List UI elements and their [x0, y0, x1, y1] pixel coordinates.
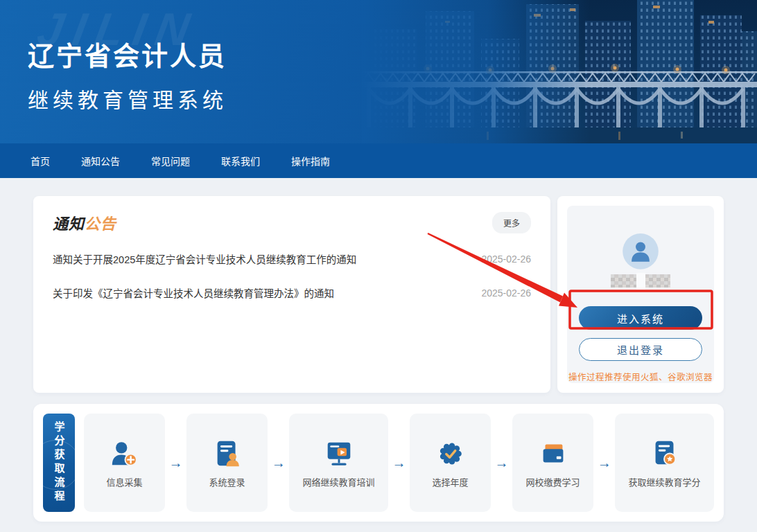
nav-item-notices[interactable]: 通知公告: [81, 154, 120, 168]
flow-step-get-credits: 获取继续教育学分: [615, 414, 714, 512]
flow-arrow-icon: →: [270, 414, 286, 512]
flow-arrow-icon: →: [494, 414, 510, 512]
user-login-panel: 进入系统 退出登录 操作过程推荐使用火狐、谷歌浏览器: [557, 196, 724, 393]
site-title-line1: 辽宁省会计人员: [28, 35, 227, 73]
notice-panel: 通知公告 更多 通知关于开展2025年度辽宁省会计专业技术人员继续教育工作的通知…: [33, 196, 550, 393]
logout-button[interactable]: 退出登录: [579, 338, 702, 361]
wallet-payment-icon: [537, 438, 569, 470]
nav-item-faq[interactable]: 常见问题: [151, 154, 190, 168]
notice-item-text: 关于印发《辽宁省会计专业技术人员继续教育管理办法》的通知: [53, 285, 334, 300]
night-city-bridge-image: [362, 0, 757, 143]
flow-step-select-year: 选择年度: [410, 414, 491, 512]
main-nav: 首页 通知公告 常见问题 联系我们 操作指南: [0, 143, 757, 178]
browser-recommendation-tip: 操作过程推荐使用火狐、谷歌浏览器: [568, 370, 713, 383]
flow-step-online-training: 网络继续教育培训: [289, 414, 388, 512]
notice-item-date: 2025-02-26: [481, 254, 531, 265]
flow-step-label: 网校缴费学习: [526, 475, 580, 488]
flow-arrow-icon: →: [168, 414, 184, 512]
flow-arrow-icon: →: [596, 414, 612, 512]
nav-item-home[interactable]: 首页: [31, 154, 50, 168]
notice-title-primary: 通知: [53, 215, 85, 233]
notice-item[interactable]: 通知关于开展2025年度辽宁省会计专业技术人员继续教育工作的通知 2025-02…: [53, 242, 531, 276]
flow-step-label: 选择年度: [433, 475, 469, 488]
notice-item[interactable]: 关于印发《辽宁省会计专业技术人员继续教育管理办法》的通知 2025-02-26: [53, 276, 531, 310]
flow-title: 学分获取流程: [52, 421, 67, 504]
more-button[interactable]: 更多: [492, 212, 531, 233]
masked-user-name: [611, 274, 670, 288]
flow-step-info-collection: 信息采集: [84, 414, 165, 512]
flow-step-pay-and-study: 网校缴费学习: [512, 414, 593, 512]
user-avatar-icon: [623, 233, 659, 269]
notice-title: 通知公告: [53, 211, 116, 233]
enter-system-button[interactable]: 进入系统: [579, 306, 702, 330]
flow-arrow-icon: →: [391, 414, 407, 512]
nav-item-guide[interactable]: 操作指南: [291, 154, 330, 168]
flow-title-pill: 学分获取流程: [43, 414, 75, 512]
nav-item-contact[interactable]: 联系我们: [221, 154, 260, 168]
notice-title-accent: 公告: [85, 215, 116, 233]
header-banner: JILIN 辽宁省会计人员 继续教育管理系统: [0, 0, 757, 143]
site-title-line2: 继续教育管理系统: [28, 83, 227, 114]
document-login-icon: [211, 438, 243, 470]
flow-step-label: 网络继续教育培训: [303, 475, 375, 488]
flow-step-label: 系统登录: [209, 475, 245, 488]
presentation-play-icon: [323, 438, 355, 470]
notice-item-date: 2025-02-26: [481, 287, 531, 299]
certificate-star-icon: [649, 438, 681, 470]
badge-check-icon: [435, 438, 467, 470]
credit-flow-panel: 学分获取流程 信息采集 → 系统登录 →: [33, 404, 724, 522]
person-add-icon: [109, 438, 141, 470]
notice-item-text: 通知关于开展2025年度辽宁省会计专业技术人员继续教育工作的通知: [53, 251, 356, 266]
flow-step-label: 信息采集: [107, 475, 143, 488]
flow-step-system-login: 系统登录: [186, 414, 268, 512]
flow-step-label: 获取继续教育学分: [629, 475, 701, 488]
